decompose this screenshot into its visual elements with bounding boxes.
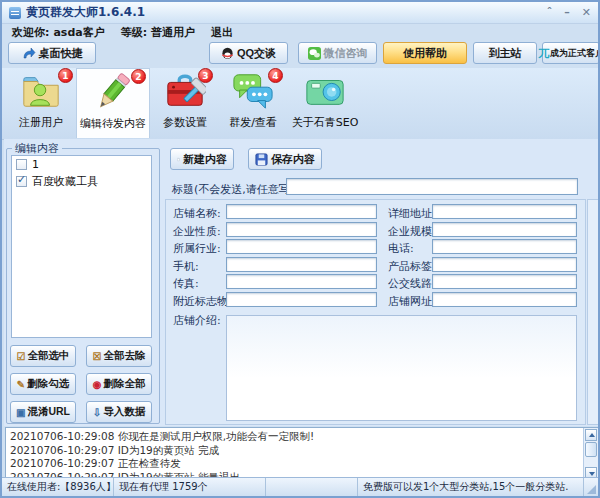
form-scrollbar-track[interactable] <box>587 199 599 425</box>
tab-edit-content[interactable]: 编辑待发内容 2 <box>76 68 150 138</box>
button-label: 混淆URL <box>27 405 70 419</box>
tab-about[interactable]: 关于石青SEO <box>290 68 360 138</box>
field-label-landmark: 附近标志物 <box>173 294 228 309</box>
log-scrollbar[interactable] <box>583 428 598 480</box>
shop-name-input[interactable] <box>226 204 377 219</box>
groupbox-title: 编辑内容 <box>12 141 62 156</box>
checkbox-checked[interactable]: ✓ <box>16 176 27 187</box>
status-notice: 免费版可以发1个大型分类站,15个一般分类站. <box>358 478 584 496</box>
tab-register-user[interactable]: 注册用户 1 <box>6 68 76 138</box>
content-listbox[interactable]: 1 ✓ 百度收藏工具 <box>11 155 152 338</box>
become-member-button[interactable]: 兀 成为正式客户 <box>542 42 600 64</box>
checkbox-unchecked[interactable] <box>16 159 27 170</box>
scroll-thumb[interactable] <box>585 442 597 457</box>
company-scale-input[interactable] <box>432 222 577 237</box>
select-all-button[interactable]: ☑ 全部选中 <box>10 345 76 367</box>
title-input[interactable] <box>286 178 578 195</box>
tab-label: 注册用户 <box>6 115 76 130</box>
welcome-user: asda客户 <box>53 25 104 40</box>
save-content-button[interactable]: 保存内容 <box>248 148 322 170</box>
button-label: 导入数据 <box>103 405 145 419</box>
select-all-icon: ☑ <box>17 351 26 362</box>
app-icon <box>9 7 21 19</box>
field-label-address: 详细地址: <box>388 206 436 221</box>
tab-settings[interactable]: 参数设置 3 <box>154 68 216 138</box>
button-label: 全部选中 <box>27 349 69 363</box>
help-button[interactable]: 使用帮助 <box>383 42 467 64</box>
list-item-label: 百度收藏工具 <box>32 174 98 189</box>
wechat-button[interactable]: 微信咨询 <box>298 42 377 64</box>
window-title: 黄页群发大师1.6.4.1 <box>26 4 145 21</box>
button-label: 删除全部 <box>103 377 145 391</box>
field-label-phone: 电话: <box>388 241 414 256</box>
phone-input[interactable] <box>432 239 577 254</box>
delete-all-icon: ◉ <box>93 379 102 390</box>
product-tags-input[interactable] <box>432 257 577 272</box>
log-line: 20210706-10:29:07 正在检查待发 <box>10 457 594 471</box>
resize-grip[interactable] <box>584 478 598 496</box>
field-label-fax: 传真: <box>173 276 199 291</box>
camera-icon <box>304 70 346 112</box>
tab-send-view[interactable]: 群发/查看 4 <box>220 68 286 138</box>
shop-url-input[interactable] <box>432 292 577 307</box>
welcome-bar: 欢迎你: asda客户 等级: 普通用户 退出 <box>12 25 233 40</box>
tab-label: 参数设置 <box>154 115 216 130</box>
welcome-prefix: 欢迎你: <box>12 25 49 40</box>
log-area[interactable]: 20210706-10:29:08 你现在是测试用户权限,功能会有一定限制! 2… <box>5 427 599 481</box>
company-nature-input[interactable] <box>226 222 377 237</box>
obfuscate-url-button[interactable]: ▣ 混淆URL <box>10 401 76 423</box>
badge: 4 <box>268 68 283 83</box>
desktop-shortcut-button[interactable]: 桌面快捷 <box>8 42 96 64</box>
import-data-icon: ⇩ <box>93 407 101 418</box>
minimize-button[interactable]: – <box>564 6 570 19</box>
address-input[interactable] <box>432 204 577 219</box>
main-site-button[interactable]: 到主站 <box>473 42 537 64</box>
log-line: 20210706-10:29:07 ID为19的黄页站 完成 <box>10 444 594 458</box>
tab-label: 编辑待发内容 <box>77 116 149 131</box>
button-label: 删除勾选 <box>27 377 69 391</box>
fax-input[interactable] <box>226 274 377 289</box>
new-content-button[interactable]: 新建内容 <box>170 148 234 170</box>
wechat-label: 微信咨询 <box>324 46 368 61</box>
mobile-input[interactable] <box>226 257 377 272</box>
level-label: 等级: <box>121 25 147 40</box>
tab-label: 关于石青SEO <box>290 115 360 130</box>
become-member-label: 成为正式客户 <box>550 47 600 60</box>
status-bar: 在线使用者:【8936人】 现在有代理 1759个 免费版可以发1个大型分类站,… <box>2 477 598 496</box>
close-button[interactable]: ✕ <box>582 6 591 19</box>
log-line: 20210706-10:29:08 你现在是测试用户权限,功能会有一定限制! <box>10 430 594 444</box>
status-proxy-count: 现在有代理 1759个 <box>114 478 266 496</box>
curved-arrow-icon <box>22 46 36 60</box>
scroll-up-arrow-icon[interactable] <box>585 429 597 441</box>
remove-all-button[interactable]: ☒ 全部去除 <box>86 345 152 367</box>
logout-link[interactable]: 退出 <box>211 25 233 40</box>
field-label-company-nature: 企业性质: <box>173 224 221 239</box>
app-window: 黄页群发大师1.6.4.1 ˆ – ✕ 欢迎你: asda客户 等级: 普通用户… <box>0 0 600 498</box>
field-label-mobile: 手机: <box>173 259 199 274</box>
bus-route-input[interactable] <box>432 274 577 289</box>
qq-chat-button[interactable]: QQ交谈 <box>209 42 288 64</box>
remove-all-icon: ☒ <box>93 351 102 362</box>
collapse-button[interactable]: ˆ <box>547 6 553 19</box>
landmark-input[interactable] <box>226 292 377 307</box>
badge: 3 <box>198 68 213 83</box>
delete-all-button[interactable]: ◉ 删除全部 <box>86 373 152 395</box>
field-label-shop-url: 店铺网址: <box>388 294 436 309</box>
button-label: 全部去除 <box>103 349 145 363</box>
delete-checked-icon: ✎ <box>17 379 25 390</box>
qq-chat-label: QQ交谈 <box>237 46 276 61</box>
main-site-label: 到主站 <box>489 46 522 61</box>
list-item[interactable]: 1 <box>12 156 151 173</box>
import-data-button[interactable]: ⇩ 导入数据 <box>86 401 152 423</box>
delete-checked-button[interactable]: ✎ 删除勾选 <box>10 373 76 395</box>
save-floppy-icon <box>255 153 268 166</box>
industry-input[interactable] <box>226 239 377 254</box>
member-icon: 兀 <box>538 46 549 61</box>
list-item[interactable]: ✓ 百度收藏工具 <box>12 173 151 190</box>
shop-intro-textarea[interactable] <box>226 315 577 421</box>
obfuscate-url-icon: ▣ <box>16 407 25 418</box>
register-user-icon <box>20 70 62 112</box>
field-label-bus-route: 公交线路: <box>388 276 436 291</box>
help-label: 使用帮助 <box>403 46 447 61</box>
field-label-product-tags: 产品标签: <box>388 259 436 274</box>
